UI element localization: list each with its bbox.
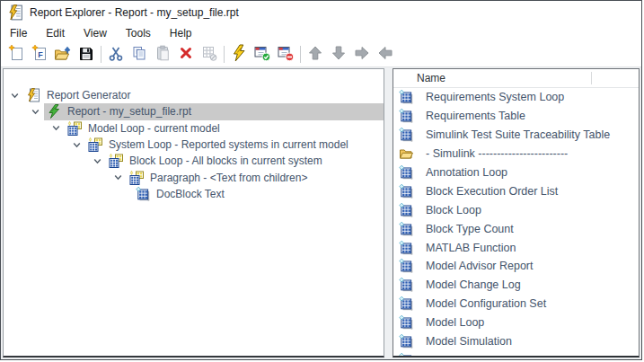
save-icon	[77, 44, 95, 65]
tree-node-label: DocBlock Text	[156, 188, 225, 200]
table-icon	[135, 187, 151, 201]
tree-indent	[4, 169, 112, 185]
menu-file[interactable]: File	[2, 24, 38, 42]
name-column-header[interactable]: Name	[417, 72, 446, 84]
report-generator-icon	[25, 88, 41, 102]
component-list: Requirements System LoopRequirements Tab…	[393, 88, 639, 356]
menu-help[interactable]: Help	[162, 24, 203, 42]
open-folder-icon	[53, 44, 73, 65]
toolbar-separator	[224, 46, 225, 63]
list-item[interactable]: Requirements System Loop	[393, 88, 639, 107]
list-item-label: - Simulink ------------------------	[426, 147, 568, 160]
table-icon	[399, 315, 413, 330]
list-item[interactable]: MATLAB Function	[393, 238, 639, 257]
list-item-label: MATLAB Function	[426, 242, 516, 254]
main-area: Report GeneratorReport - my_setup_file.r…	[1, 66, 641, 359]
table-icon	[399, 296, 413, 311]
move-left-button	[375, 44, 397, 65]
tree-indent	[4, 137, 71, 153]
menu-bar: FileEditViewToolsHelp	[1, 23, 641, 43]
tree-row-report-my-setup-file-rpt[interactable]: Report - my_setup_file.rpt	[4, 103, 384, 119]
chevron-down-icon[interactable]	[92, 155, 103, 166]
chevron-down-icon[interactable]	[30, 106, 41, 117]
tree-node[interactable]: Block Loop - All blocks in current syste…	[106, 153, 384, 169]
copy-button[interactable]	[128, 44, 151, 65]
list-item-label: Model Advisor Report	[426, 260, 534, 272]
chevron-down-icon[interactable]	[9, 90, 21, 101]
tree-node[interactable]: DocBlock Text	[133, 186, 384, 202]
list-item-label: Requirements Table	[426, 110, 525, 122]
list-item[interactable]: Block Execution Order List	[393, 181, 639, 200]
loop-icon	[87, 137, 103, 152]
new-form-button[interactable]: F	[29, 44, 51, 65]
chevron-down-icon[interactable]	[112, 172, 124, 183]
menu-tools[interactable]: Tools	[118, 24, 162, 42]
toolbar-separator	[101, 46, 101, 63]
new-document-f-icon: F	[31, 44, 49, 65]
tree-row-model-loop-current-model[interactable]: Model Loop - current model	[4, 120, 384, 137]
activate-component-button[interactable]	[251, 44, 274, 65]
list-item[interactable]: Simulink Test Suite Traceability Table	[393, 126, 639, 145]
save-button[interactable]	[75, 44, 98, 65]
list-item[interactable]: Model Advisor Report	[393, 257, 639, 276]
list-item-label: Annotation Loop	[426, 166, 507, 179]
svg-text:F: F	[38, 50, 43, 59]
tree-node[interactable]: Paragraph - <Text from children>	[127, 169, 384, 185]
open-file-button[interactable]	[52, 44, 75, 65]
list-item[interactable]: Block Loop	[393, 200, 639, 219]
list-header: Name	[393, 69, 639, 88]
loop-icon	[108, 154, 124, 168]
list-item-label: Signal Loop	[426, 354, 485, 356]
tree-row-docblock-text[interactable]: DocBlock Text	[4, 186, 384, 202]
new-document-icon	[7, 44, 25, 65]
list-item-label: Model Change Log	[426, 278, 521, 291]
paste-button	[152, 44, 174, 65]
add-component-button	[198, 44, 221, 65]
tree-node[interactable]: System Loop - Reported systems in curren…	[85, 137, 384, 153]
table-icon	[399, 259, 413, 273]
cut-button[interactable]	[105, 44, 128, 65]
list-item[interactable]: Block Type Count	[393, 219, 639, 238]
menu-view[interactable]: View	[75, 24, 118, 42]
list-item[interactable]: Model Loop	[393, 313, 639, 332]
tree-node[interactable]: Model Loop - current model	[65, 120, 384, 137]
column-divider[interactable]	[591, 72, 592, 84]
chevron-down-icon[interactable]	[50, 123, 62, 134]
tree-indent	[4, 186, 133, 202]
tree-node-label: Model Loop - current model	[88, 122, 220, 135]
tree-indent	[4, 103, 30, 119]
menu-edit[interactable]: Edit	[38, 24, 75, 42]
list-item-label: Model Configuration Set	[426, 297, 546, 310]
title-bar: Report Explorer - Report - my_setup_file…	[1, 1, 641, 23]
tree-node[interactable]: Report - my_setup_file.rpt	[44, 103, 384, 119]
loop-icon	[128, 171, 145, 185]
chevron-down-icon[interactable]	[71, 139, 83, 150]
list-item[interactable]: Model Configuration Set	[393, 295, 639, 313]
new-report-button[interactable]	[5, 44, 28, 65]
list-item[interactable]: Requirements Table	[393, 107, 639, 126]
list-item[interactable]: Annotation Loop	[393, 163, 639, 182]
delete-button[interactable]	[175, 44, 198, 65]
run-report-button[interactable]	[228, 44, 251, 65]
tree-indent	[4, 153, 92, 169]
list-item[interactable]: Signal Loop	[393, 350, 639, 356]
tree-row-system-loop-reported-systems-in-current-model[interactable]: System Loop - Reported systems in curren…	[4, 137, 384, 153]
move-up-button	[304, 44, 327, 65]
window-title: Report Explorer - Report - my_setup_file…	[30, 6, 239, 19]
arrow-left-icon	[376, 44, 394, 65]
list-item[interactable]: - Simulink ------------------------	[393, 145, 639, 163]
list-item[interactable]: Model Simulation	[393, 332, 639, 351]
table-icon	[399, 203, 413, 217]
move-down-button	[328, 44, 350, 65]
list-item-label: Block Type Count	[426, 223, 514, 235]
toolbar-separator	[300, 46, 301, 63]
tree-row-paragraph-text-from-children[interactable]: Paragraph - <Text from children>	[4, 169, 384, 185]
move-right-button	[351, 44, 374, 65]
table-disabled-icon	[200, 44, 218, 65]
list-item[interactable]: Model Change Log	[393, 276, 639, 295]
deactivate-component-button[interactable]	[275, 44, 297, 65]
tree-node[interactable]: Report Generator	[23, 87, 384, 103]
tree-row-block-loop-all-blocks-in-current-system[interactable]: Block Loop - All blocks in current syste…	[4, 153, 384, 169]
list-item-label: Model Loop	[426, 316, 484, 329]
tree-row-report-generator[interactable]: Report Generator	[4, 87, 384, 103]
